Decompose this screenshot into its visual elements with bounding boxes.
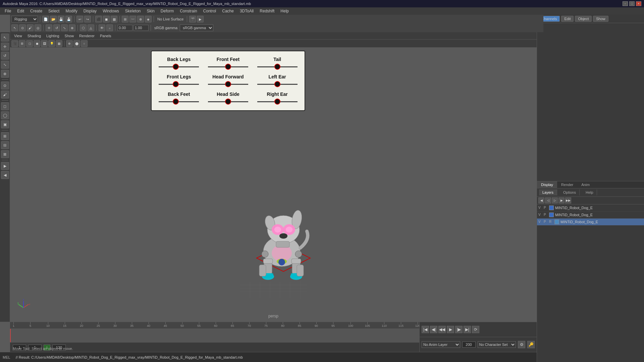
vt-texture[interactable]: 🖼 [41, 40, 48, 47]
layer-prev-btn[interactable]: ◀ [538, 197, 544, 203]
create-poly[interactable]: ◻ [1, 102, 9, 110]
render-current[interactable]: ▶ [197, 16, 204, 22]
select-by-object[interactable]: ◼ [103, 16, 110, 22]
anim-layer-dropdown[interactable]: No Anim Layer [422, 341, 460, 348]
tail-slider[interactable] [257, 63, 298, 70]
menu-display[interactable]: Display [81, 8, 99, 14]
rotate-tool[interactable]: ↺ [53, 24, 60, 31]
layer-display[interactable]: ⊞ [1, 132, 9, 140]
move-tool[interactable]: ✛ [46, 24, 52, 31]
select-tool[interactable]: ↖ [11, 24, 18, 31]
head-forward-slider[interactable] [208, 81, 248, 87]
layer-item-selected[interactable]: V P R MINTiD_Robot_Dog_E [537, 219, 644, 226]
snap-curve[interactable]: 〰 [129, 16, 136, 22]
menu-select[interactable]: Select [46, 8, 62, 14]
anim-key-button[interactable]: 🔑 [527, 341, 535, 348]
vm-renderer[interactable]: Renderer [77, 33, 97, 39]
layer-item[interactable]: V P MINTiD_Robot_Dog_E [537, 204, 644, 212]
select-by-component[interactable]: ▦ [111, 16, 117, 22]
menu-deform[interactable]: Deform [158, 8, 176, 14]
anim-settings-button[interactable]: ⚙ [518, 341, 525, 348]
scale-tool[interactable]: ⤡ [61, 24, 68, 31]
layer-prev2-btn[interactable]: ◁ [545, 197, 551, 203]
snap-grid[interactable]: ⊞ [122, 16, 128, 22]
ipr-btn[interactable]: ◀ [1, 171, 9, 179]
menu-redshift[interactable]: Redshift [257, 8, 277, 14]
rotate-tool-left[interactable]: ↺ [1, 52, 9, 60]
display-settings[interactable]: ⊟ [1, 141, 9, 149]
head-side-thumb[interactable] [225, 99, 231, 105]
go-to-end-button[interactable]: ▶| [464, 326, 471, 333]
paint-tool[interactable]: 🖌 [1, 90, 9, 99]
menu-file[interactable]: File [2, 8, 14, 14]
layer-next-btn[interactable]: ▶ [558, 197, 565, 203]
vt-isolate[interactable]: ⬤ [73, 40, 80, 47]
layer-next2-btn[interactable]: ▷ [552, 197, 558, 203]
step-back-button[interactable]: ◀| [430, 326, 437, 333]
anim-end-input[interactable] [462, 342, 476, 348]
select-by-hierarchy[interactable]: ⬛ [95, 16, 102, 22]
vm-show[interactable]: Show [63, 33, 76, 39]
vm-panels[interactable]: Panels [98, 33, 113, 39]
undo-button[interactable]: ↩ [76, 16, 83, 22]
close-button[interactable]: ✕ [636, 1, 641, 6]
right-ear-thumb[interactable] [274, 99, 280, 105]
layers-tab[interactable]: Layers [539, 189, 557, 195]
paint-select[interactable]: 🖌 [27, 24, 34, 31]
time-input[interactable] [117, 25, 132, 31]
back-feet-slider[interactable] [159, 98, 199, 105]
scale-input[interactable] [133, 25, 149, 31]
save-file-button[interactable]: 💾 [58, 16, 64, 22]
attr-editor[interactable]: ⊠ [1, 150, 9, 158]
isolate-select[interactable]: ⬦ [106, 24, 113, 31]
create-nurbs[interactable]: ◯ [1, 111, 9, 119]
menu-cache[interactable]: Cache [219, 8, 236, 14]
joint-tool[interactable]: ⬡ [80, 24, 87, 31]
viewport[interactable]: View Shading Lighting Show Renderer Pane… [10, 32, 537, 322]
right-ear-slider[interactable] [257, 98, 298, 105]
options-tab[interactable]: Options [560, 189, 580, 195]
front-legs-slider[interactable] [159, 81, 199, 87]
vm-lighting[interactable]: Lighting [44, 33, 61, 39]
step-forward-button[interactable]: |▶ [455, 326, 463, 333]
menu-windows[interactable]: Windows [100, 8, 122, 14]
front-legs-thumb[interactable] [173, 81, 179, 87]
tab-render[interactable]: Render [557, 181, 577, 188]
menu-modify[interactable]: Modify [63, 8, 80, 14]
redo-button[interactable]: ↪ [84, 16, 91, 22]
menu-edit[interactable]: Edit [14, 8, 27, 14]
open-file-button[interactable]: 📂 [50, 16, 57, 22]
tail-thumb[interactable] [274, 64, 280, 70]
soft-select[interactable]: ◎ [35, 24, 41, 31]
head-side-slider[interactable] [208, 98, 248, 105]
vt-wireframe[interactable]: ◻ [26, 40, 33, 47]
skin-weight[interactable]: ◬ [88, 24, 94, 31]
back-legs-slider[interactable] [159, 63, 199, 70]
vt-shading-select[interactable]: ▦ [56, 40, 62, 47]
maximize-button[interactable]: □ [629, 1, 635, 6]
tab-show[interactable]: Show [593, 16, 608, 22]
vt-grid[interactable]: ⊞ [19, 40, 25, 47]
render-btn[interactable]: ▶ [1, 162, 9, 170]
loop-button[interactable]: ⟳ [472, 326, 479, 333]
snap-point[interactable]: ⊕ [137, 16, 144, 22]
select-tool-left[interactable]: ↖ [1, 34, 9, 42]
go-to-start-button[interactable]: |◀ [422, 326, 429, 333]
mode-dropdown[interactable]: Rigging Modeling Animation [11, 16, 38, 22]
snap-surface[interactable]: ◈ [145, 16, 152, 22]
vm-view[interactable]: View [12, 33, 24, 39]
layer-item[interactable]: V P MINTiD_Robot_Dog_E [537, 212, 644, 219]
vt-camera[interactable]: 🎥 [11, 40, 18, 47]
tab-object[interactable]: Object [575, 16, 592, 22]
save-as-button[interactable]: 💾 [65, 16, 72, 22]
vt-light[interactable]: 💡 [48, 40, 55, 47]
back-feet-thumb[interactable] [173, 99, 179, 105]
menu-create[interactable]: Create [28, 8, 45, 14]
left-ear-thumb[interactable] [274, 81, 280, 87]
universal-manip[interactable]: ⊗ [69, 24, 75, 31]
lasso-tool-left[interactable]: ⊙ [1, 81, 9, 89]
render-settings[interactable]: 🎬 [189, 16, 196, 22]
vt-solid[interactable]: ◼ [34, 40, 40, 47]
head-forward-thumb[interactable] [225, 81, 231, 87]
scale-tool-left[interactable]: ⤡ [1, 61, 9, 69]
